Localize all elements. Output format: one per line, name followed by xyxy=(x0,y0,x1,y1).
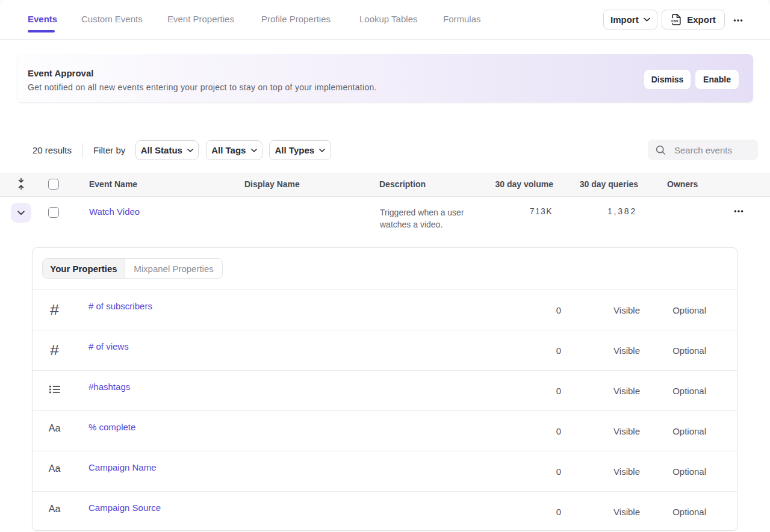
svg-text:csv: csv xyxy=(671,19,678,23)
